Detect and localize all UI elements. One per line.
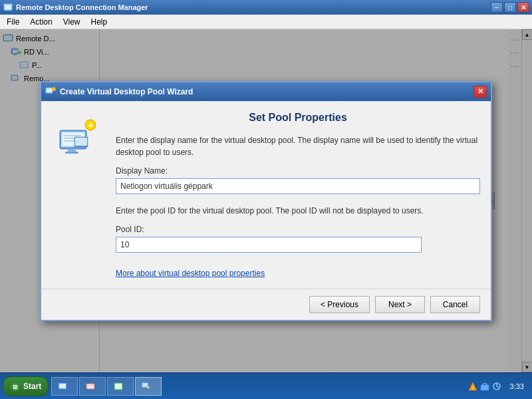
menu-view[interactable]: View — [58, 16, 86, 28]
previous-button[interactable]: < Previous — [309, 296, 370, 313]
dialog-main: Set Pool Properties Enter the display na… — [116, 112, 480, 278]
app-icon — [3, 2, 13, 13]
start-label: Start — [23, 382, 41, 391]
cancel-button[interactable]: Cancel — [430, 296, 480, 313]
maximize-button[interactable]: □ — [504, 2, 516, 13]
taskbar-icon-2 — [113, 381, 124, 392]
wizard-icon-area: ★ — [52, 112, 105, 278]
svg-rect-2 — [5, 5, 11, 9]
start-button[interactable]: ⊞ Start — [3, 376, 49, 396]
taskbar-item-3[interactable]: ★ — [135, 377, 162, 396]
taskbar-icon-0 — [57, 381, 68, 392]
tray-icon-2 — [479, 381, 490, 392]
svg-text:⊞: ⊞ — [13, 384, 18, 390]
svg-rect-37 — [115, 384, 122, 389]
svg-rect-33 — [59, 384, 66, 388]
menu-help[interactable]: Help — [86, 16, 113, 28]
dialog-heading: Set Pool Properties — [116, 112, 480, 124]
svg-text:!: ! — [472, 385, 474, 391]
taskbar-tray: ! — [465, 381, 505, 392]
dialog-close-button[interactable]: ✕ — [473, 86, 487, 98]
description-2: Enter the pool ID for the virtual deskto… — [116, 205, 480, 217]
close-button[interactable]: ✕ — [517, 2, 529, 13]
menu-bar: File Action View Help — [0, 15, 532, 29]
taskbar-items: ★ — [49, 377, 464, 396]
taskbar-icon-1 — [85, 381, 96, 392]
start-icon: ⊞ — [10, 381, 21, 392]
svg-rect-35 — [87, 384, 94, 388]
pool-id-label: Pool ID: — [116, 225, 480, 234]
pool-id-section: Enter the pool ID for the virtual deskto… — [116, 205, 480, 253]
title-bar-controls: ─ □ ✕ — [491, 2, 529, 13]
svg-rect-43 — [481, 385, 489, 390]
svg-line-47 — [497, 386, 499, 388]
svg-text:★: ★ — [88, 122, 94, 129]
menu-file[interactable]: File — [1, 16, 25, 28]
taskbar-item-1[interactable] — [79, 377, 106, 396]
minimize-button[interactable]: ─ — [491, 2, 503, 13]
taskbar: ⊞ Start — [0, 372, 532, 399]
taskbar-item-2[interactable] — [107, 377, 134, 396]
content-area: Remote D... RD Vi... P... — [0, 29, 532, 372]
dialog-footer: < Previous Next > Cancel — [41, 289, 491, 320]
display-name-label: Display Name: — [116, 166, 480, 176]
next-button[interactable]: Next > — [375, 296, 425, 313]
taskbar-item-0[interactable] — [51, 377, 78, 396]
tray-icon-1: ! — [467, 381, 478, 392]
main-window: Remote Desktop Connection Manager ─ □ ✕ … — [0, 0, 532, 399]
dialog-body: ★ Set Pool Properties Enter the display … — [41, 101, 491, 289]
app-title: Remote Desktop Connection Manager — [16, 3, 491, 11]
taskbar-icon-3: ★ — [141, 381, 152, 392]
dialog-title-bar: ! Create Virtual Desktop Pool Wizard ✕ — [41, 82, 491, 101]
display-name-input[interactable] — [116, 178, 480, 194]
display-name-section: Enter the display name for the virtual d… — [116, 134, 480, 194]
description-1: Enter the display name for the virtual d… — [116, 134, 480, 158]
tray-icon-3 — [491, 381, 502, 392]
svg-rect-1 — [5, 9, 11, 11]
dialog-title-text: Create Virtual Desktop Pool Wizard — [60, 87, 473, 96]
svg-rect-15 — [47, 88, 52, 92]
taskbar-time: 3:33 — [505, 382, 529, 390]
help-link[interactable]: More about virtual desktop pool properti… — [116, 269, 265, 278]
svg-rect-25 — [65, 152, 78, 154]
wizard-icon-image: ★ — [57, 117, 100, 160]
dialog-icon: ! — [45, 86, 56, 97]
svg-rect-24 — [68, 149, 76, 152]
wizard-dialog: ! Create Virtual Desktop Pool Wizard ✕ — [40, 81, 492, 321]
pool-id-input[interactable] — [116, 237, 422, 253]
menu-action[interactable]: Action — [25, 16, 57, 28]
modal-overlay: ! Create Virtual Desktop Pool Wizard ✕ — [0, 29, 532, 372]
title-bar: Remote Desktop Connection Manager ─ □ ✕ — [0, 0, 532, 15]
svg-text:★: ★ — [146, 385, 150, 390]
svg-rect-29 — [75, 138, 87, 146]
